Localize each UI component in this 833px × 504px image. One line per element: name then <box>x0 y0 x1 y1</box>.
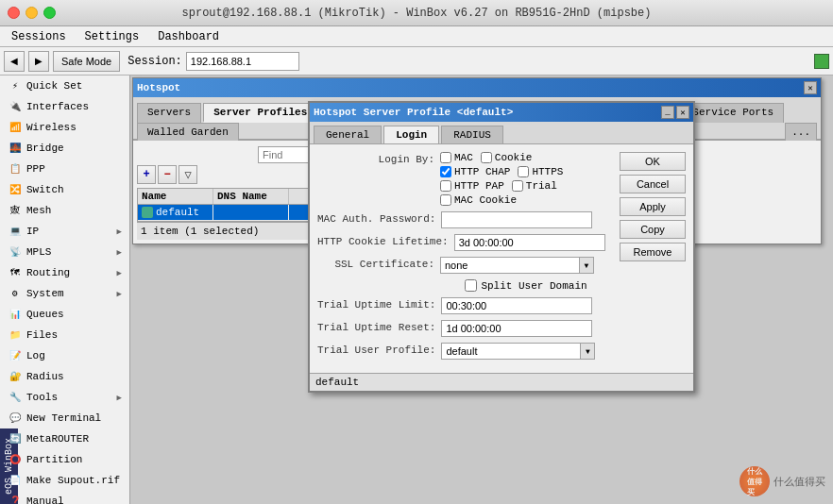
system-icon: ⚙ <box>8 286 23 301</box>
https-label: HTTPS <box>532 166 563 177</box>
tools-arrow: ▶ <box>117 393 122 403</box>
ip-arrow: ▶ <box>117 227 122 237</box>
sidebar-item-switch[interactable]: 🔀 Switch <box>0 179 129 200</box>
cell-dns <box>213 205 289 220</box>
checkbox-trial[interactable]: Trial <box>512 180 557 192</box>
login-by-label: Login By: <box>317 152 440 165</box>
sidebar-item-make-supout[interactable]: 📄 Make Supout.rif <box>0 470 129 491</box>
mpls-arrow: ▶ <box>117 247 122 258</box>
dialog-status: default <box>310 373 693 391</box>
http-chap-checkbox[interactable] <box>440 166 451 177</box>
trial-uptime-limit-input[interactable] <box>441 297 592 314</box>
split-user-domain-checkbox[interactable] <box>465 279 477 292</box>
sidebar-item-metarouter[interactable]: 🔄 MetaROUTER <box>0 428 129 449</box>
find-input[interactable] <box>258 146 314 163</box>
minimize-traffic-light[interactable] <box>26 7 38 19</box>
trial-user-profile-controls: ▼ <box>441 343 612 360</box>
https-checkbox[interactable] <box>518 166 529 177</box>
mac-checkbox[interactable] <box>440 152 451 163</box>
col-name[interactable]: Name <box>138 189 213 204</box>
sidebar-item-interfaces[interactable]: 🔌 Interfaces <box>0 96 129 117</box>
back-button[interactable]: ◀ <box>4 51 25 72</box>
sidebar-item-ppp[interactable]: 📋 PPP <box>0 159 129 179</box>
trial-user-profile-input[interactable] <box>441 343 581 360</box>
sidebar-item-queues[interactable]: 📊 Queues <box>0 304 129 325</box>
menu-sessions[interactable]: Sessions <box>4 28 74 45</box>
mac-auth-input[interactable] <box>441 211 592 228</box>
checkbox-http-chap[interactable]: HTTP CHAP <box>440 166 510 177</box>
trial-checkbox[interactable] <box>512 180 523 192</box>
ssl-cert-input[interactable] <box>440 257 580 274</box>
sidebar: ⚡ Quick Set 🔌 Interfaces 📶 Wireless 🌉 Br… <box>0 76 130 504</box>
tab-servers[interactable]: Servers <box>137 103 201 123</box>
http-cookie-input[interactable] <box>454 234 605 251</box>
hotspot-close-button[interactable]: ✕ <box>804 81 817 94</box>
dialog-close-button[interactable]: ✕ <box>676 106 689 119</box>
tab-walled-garden[interactable]: Walled Garden <box>137 123 239 141</box>
log-icon: 📝 <box>8 348 23 363</box>
sidebar-item-ip[interactable]: 💻 IP ▶ <box>0 221 129 242</box>
apply-button[interactable]: Apply <box>620 197 686 216</box>
dialog-minimize-button[interactable]: _ <box>661 106 674 119</box>
dialog-controls: _ ✕ <box>661 106 689 119</box>
remove-button[interactable]: − <box>158 165 177 184</box>
session-input[interactable] <box>186 52 299 71</box>
checkbox-http-pap[interactable]: HTTP PAP <box>440 180 504 192</box>
trial-label: Trial <box>526 180 557 192</box>
sidebar-item-manual[interactable]: ❓ Manual <box>0 491 129 504</box>
ssl-cert-dropdown[interactable]: ▼ <box>579 257 594 274</box>
sidebar-item-wireless[interactable]: 📶 Wireless <box>0 117 129 138</box>
trial-user-profile-row: Trial User Profile: ▼ <box>317 343 612 360</box>
sidebar-item-bridge[interactable]: 🌉 Bridge <box>0 138 129 159</box>
ok-button[interactable]: OK <box>620 152 686 171</box>
trial-user-profile-dropdown[interactable]: ▼ <box>580 343 595 360</box>
traffic-lights <box>8 7 56 19</box>
toolbar: ◀ ▶ Safe Mode Session: <box>0 47 833 76</box>
cookie-checkbox[interactable] <box>481 152 492 163</box>
filter-button[interactable]: ▽ <box>178 165 197 184</box>
close-traffic-light[interactable] <box>8 7 20 19</box>
table-row[interactable]: default <box>138 205 315 221</box>
sidebar-item-new-terminal[interactable]: 💬 New Terminal <box>0 408 129 428</box>
session-label: Session: <box>128 55 182 68</box>
sidebar-item-files[interactable]: 📁 Files <box>0 325 129 345</box>
checkbox-mac[interactable]: MAC <box>440 152 473 163</box>
sidebar-item-mpls[interactable]: 📡 MPLS ▶ <box>0 242 129 262</box>
remove-button-dialog[interactable]: Remove <box>620 243 686 261</box>
checkbox-https[interactable]: HTTPS <box>518 166 563 177</box>
mac-auth-password-row: MAC Auth. Password: <box>317 211 612 228</box>
sidebar-item-log[interactable]: 📝 Log <box>0 345 129 366</box>
mac-cookie-checkbox[interactable] <box>440 194 451 206</box>
tab-service-ports[interactable]: Service Ports <box>682 103 784 123</box>
dialog-tab-radius[interactable]: RADIUS <box>441 126 503 143</box>
sidebar-item-system[interactable]: ⚙ System ▶ <box>0 283 129 304</box>
tab-server-profiles[interactable]: Server Profiles <box>203 103 317 123</box>
copy-button[interactable]: Copy <box>620 220 686 239</box>
sidebar-item-quickset[interactable]: ⚡ Quick Set <box>0 76 129 96</box>
http-pap-checkbox[interactable] <box>440 180 451 192</box>
menu-dashboard[interactable]: Dashboard <box>150 28 227 45</box>
dialog-tab-general[interactable]: General <box>314 126 382 143</box>
cancel-button[interactable]: Cancel <box>620 175 686 193</box>
tab-more-button[interactable]: ... <box>785 123 817 141</box>
safe-mode-button[interactable]: Safe Mode <box>53 51 120 72</box>
checkbox-cookie[interactable]: Cookie <box>481 152 533 163</box>
sidebar-label-radius: Radius <box>26 371 64 382</box>
sidebar-item-tools[interactable]: 🔧 Tools ▶ <box>0 387 129 408</box>
hotspot-window: Hotspot ✕ Servers Server Profiles Users … <box>132 77 822 244</box>
maximize-traffic-light[interactable] <box>43 7 56 19</box>
menu-settings[interactable]: Settings <box>77 28 147 45</box>
split-user-domain-row: Split User Domain <box>317 279 612 292</box>
sidebar-item-radius[interactable]: 🔐 Radius <box>0 366 129 387</box>
checkbox-mac-cookie[interactable]: MAC Cookie <box>440 194 517 206</box>
forward-button[interactable]: ▶ <box>28 51 49 72</box>
ssl-cert-row: SSL Certificate: ▼ <box>317 257 612 274</box>
sidebar-item-mesh[interactable]: 🕸 Mesh <box>0 200 129 221</box>
add-button[interactable]: + <box>137 165 156 184</box>
trial-uptime-reset-input[interactable] <box>441 320 592 337</box>
dialog-tab-login[interactable]: Login <box>383 126 439 143</box>
sidebar-item-routing[interactable]: 🗺 Routing ▶ <box>0 262 129 283</box>
row-status-icon <box>142 207 153 218</box>
sidebar-item-partition[interactable]: ⭕ Partition <box>0 449 129 470</box>
metarouter-icon: 🔄 <box>8 431 23 446</box>
